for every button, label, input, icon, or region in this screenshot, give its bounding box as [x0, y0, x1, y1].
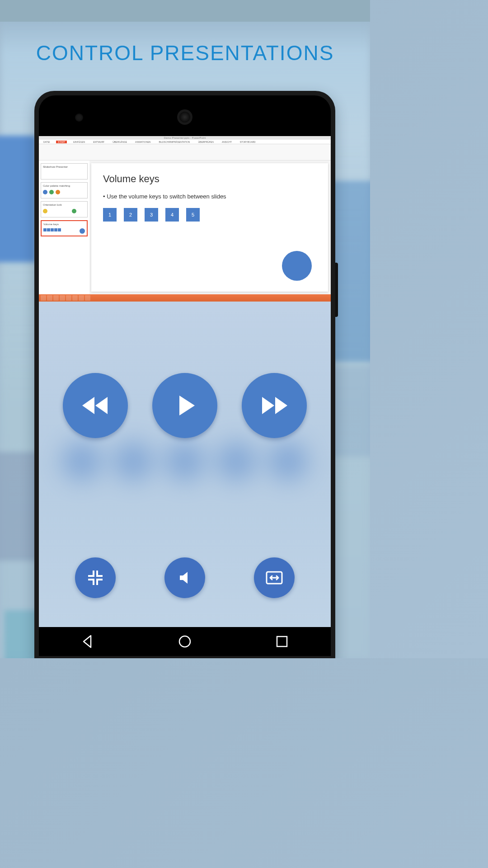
- presentation-controls: [39, 302, 331, 627]
- slide-bullet-text: • Use the volume keys to switch between …: [103, 193, 316, 200]
- home-icon: [177, 634, 192, 649]
- ribbon-tab-einfuegen: EINFÜGEN: [71, 141, 87, 143]
- ribbon-tab-animationen: ANIMATIONEN: [133, 141, 152, 143]
- page-title: CONTROL PRESENTATIONS: [0, 41, 370, 65]
- svg-rect-2: [277, 637, 287, 646]
- slide-thumb-1: Slideshow Presenter: [41, 163, 88, 179]
- recents-icon: [274, 634, 290, 649]
- slide-thumb-4: Volume keys: [41, 220, 88, 236]
- fullscreen-exit-button[interactable]: [75, 557, 116, 598]
- earpiece: [177, 109, 192, 125]
- fullscreen-exit-icon: [87, 570, 103, 586]
- windows-taskbar: [39, 294, 331, 302]
- fast-forward-icon: [258, 394, 290, 417]
- slide-thumbnails: Slideshow Presenter Color palette matchi…: [39, 160, 89, 294]
- home-nav[interactable]: [177, 634, 192, 649]
- volume-icon: [177, 570, 192, 585]
- ribbon-tab-ansicht: ANSICHT: [220, 141, 234, 143]
- phone-screen: Demo Presenter.pptx - PowerPoint DATEI S…: [39, 136, 331, 627]
- slide-heading: Volume keys: [103, 173, 316, 185]
- slide-thumb-2: Color palette matching: [41, 182, 88, 198]
- slide-thumb-3: Orientation lock: [41, 201, 88, 217]
- slide-number-blocks: 1 2 3 4 5: [103, 208, 316, 222]
- android-navbar: [39, 627, 331, 656]
- ribbon-tab-ueberpruefen: ÜBERPRÜFEN: [196, 141, 215, 143]
- ribbon-tab-start: START: [56, 141, 67, 143]
- ribbon-tab-bildschirmpraesentation: BILDSCHIRMPRÄSENTATION: [157, 141, 192, 143]
- current-slide: Volume keys • Use the volume keys to swi…: [91, 163, 328, 292]
- front-camera: [75, 113, 83, 122]
- recents-nav[interactable]: [274, 634, 290, 649]
- back-nav[interactable]: [80, 634, 95, 649]
- window-title: Demo Presenter.pptx - PowerPoint: [39, 136, 331, 140]
- swap-screen-button[interactable]: [254, 557, 295, 598]
- previous-button[interactable]: [63, 373, 128, 438]
- slide-circle-graphic: [282, 251, 312, 281]
- ribbon-tab-entwurf: ENTWURF: [91, 141, 106, 143]
- back-icon: [80, 634, 95, 649]
- ribbon-tabs: DATEI START EINFÜGEN ENTWURF ÜBERGÄNGE A…: [39, 140, 331, 144]
- play-button[interactable]: [152, 373, 217, 438]
- phone-frame: Demo Presenter.pptx - PowerPoint DATEI S…: [34, 91, 335, 658]
- header-bar: [0, 0, 370, 22]
- ribbon-tab-datei: DATEI: [42, 141, 52, 143]
- svg-point-1: [179, 636, 190, 647]
- volume-button[interactable]: [164, 557, 205, 598]
- rewind-icon: [80, 394, 111, 417]
- remote-desktop-preview[interactable]: Demo Presenter.pptx - PowerPoint DATEI S…: [39, 136, 331, 302]
- ribbon-tab-uebergaenge: ÜBERGÄNGE: [111, 141, 129, 143]
- next-button[interactable]: [242, 373, 307, 438]
- play-icon: [172, 393, 197, 418]
- swap-screen-icon: [264, 570, 284, 586]
- ribbon-tab-storyboard: STORYBOARD: [238, 141, 258, 143]
- ribbon-toolbar: [39, 144, 331, 160]
